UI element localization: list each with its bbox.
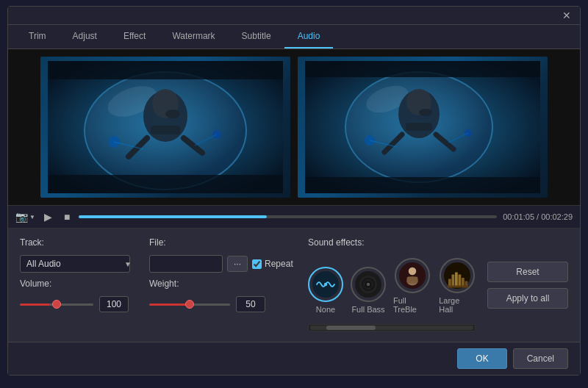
svg-rect-21 — [406, 123, 432, 131]
effect-treble-icon — [399, 262, 426, 289]
track-select-wrapper: All Audio ▼ — [20, 255, 137, 273]
reset-button[interactable]: Reset — [487, 262, 568, 282]
file-weight-col: File: ··· Repeat Weight: 50 — [149, 237, 296, 333]
track-label: Track: — [20, 237, 137, 248]
volume-label: Volume: — [20, 279, 137, 289]
effect-fullbass-icon — [355, 271, 381, 298]
browse-button[interactable]: ··· — [227, 256, 248, 272]
effect-fullbass-circle — [351, 267, 386, 302]
effect-fullbass[interactable]: Full Bass — [351, 267, 386, 314]
close-button[interactable]: ✕ — [559, 10, 574, 21]
time-display: 00:01:05 / 00:02:29 — [503, 212, 573, 221]
tab-adjust[interactable]: Adjust — [60, 25, 110, 48]
svg-point-20 — [419, 109, 432, 116]
progress-fill — [79, 215, 267, 218]
track-select[interactable]: All Audio — [20, 255, 130, 273]
svg-rect-6 — [151, 126, 180, 134]
tab-effect[interactable]: Effect — [110, 25, 159, 48]
scrollbar-track — [310, 326, 473, 330]
svg-rect-28 — [305, 61, 540, 77]
effect-treble-label: Full TreBle — [393, 296, 431, 314]
tab-subtitle[interactable]: Subtitle — [229, 25, 284, 48]
stop-button[interactable]: ■ — [61, 209, 73, 224]
volume-value: 100 — [99, 296, 129, 312]
file-input[interactable] — [149, 255, 223, 273]
effect-treble[interactable]: Full TreBle — [393, 258, 431, 314]
tab-watermark[interactable]: Watermark — [159, 25, 228, 48]
repeat-label: Repeat — [265, 259, 293, 269]
effects-grid: None — [308, 258, 476, 314]
weight-label: Weight: — [149, 279, 296, 289]
effect-none[interactable]: None — [308, 267, 343, 314]
play-button[interactable]: ▶ — [41, 209, 55, 224]
effect-none-circle — [308, 267, 343, 302]
file-label: File: — [149, 237, 296, 248]
scrollbar-thumb — [326, 326, 376, 330]
camera-icon: 📷 — [15, 211, 28, 223]
tab-trim[interactable]: Trim — [15, 25, 60, 48]
tab-audio[interactable]: Audio — [284, 25, 334, 48]
volume-slider[interactable] — [20, 303, 93, 306]
camera-icon-area[interactable]: 📷 ▼ — [15, 211, 35, 223]
settings-area: Track: All Audio ▼ Volume: 100 File: ··· — [8, 229, 580, 342]
progress-bar[interactable] — [79, 215, 497, 218]
main-dialog: ✕ Trim Adjust Effect Watermark Subtitle … — [7, 6, 581, 376]
preview-area — [8, 49, 580, 205]
effect-none-label: None — [316, 305, 335, 314]
effect-largehall-icon — [444, 262, 470, 289]
effect-largehall-circle — [440, 258, 475, 293]
weight-slider[interactable] — [149, 303, 230, 306]
svg-rect-44 — [448, 279, 451, 287]
preview-right-image — [305, 61, 540, 193]
svg-rect-48 — [462, 278, 465, 287]
svg-point-31 — [324, 283, 328, 287]
apply-to-all-button[interactable]: Apply to all — [487, 288, 568, 309]
bottom-bar: OK Cancel — [8, 342, 580, 375]
svg-rect-45 — [452, 275, 455, 287]
sound-effects-col: Sound effects: None — [308, 237, 476, 333]
repeat-row: Repeat — [252, 259, 293, 269]
sound-effects-label: Sound effects: — [308, 237, 476, 248]
tab-bar: Trim Adjust Effect Watermark Subtitle Au… — [8, 25, 580, 49]
svg-point-35 — [367, 283, 370, 287]
controls-bar: 📷 ▼ ▶ ■ 00:01:05 / 00:02:29 — [8, 205, 580, 229]
preview-left-image — [48, 61, 283, 193]
svg-rect-14 — [48, 175, 283, 193]
cancel-button[interactable]: Cancel — [513, 348, 568, 369]
effect-largehall[interactable]: Large Hall — [439, 258, 476, 314]
svg-rect-50 — [448, 286, 469, 288]
effect-largehall-label: Large Hall — [439, 296, 476, 314]
preview-right — [298, 57, 548, 198]
svg-rect-47 — [459, 275, 462, 287]
weight-value: 50 — [236, 296, 265, 312]
ok-button[interactable]: OK — [457, 348, 506, 369]
effect-none-icon — [312, 271, 339, 298]
weight-row: 50 — [149, 296, 296, 312]
action-buttons-col: Reset Apply to all — [487, 237, 568, 333]
effect-treble-circle — [395, 258, 430, 293]
svg-point-5 — [165, 109, 180, 118]
file-row: ··· Repeat — [149, 255, 296, 273]
track-volume-col: Track: All Audio ▼ Volume: 100 — [20, 237, 137, 333]
camera-dropdown-arrow: ▼ — [29, 214, 35, 220]
svg-point-40 — [409, 267, 417, 276]
effect-fullbass-label: Full Bass — [351, 305, 384, 314]
preview-left — [40, 57, 290, 198]
svg-rect-46 — [455, 273, 458, 287]
repeat-checkbox[interactable] — [252, 259, 262, 269]
svg-rect-13 — [48, 61, 283, 79]
svg-rect-29 — [305, 177, 540, 193]
svg-rect-42 — [407, 277, 418, 284]
effects-scrollbar[interactable] — [308, 324, 476, 331]
title-bar: ✕ — [8, 7, 580, 25]
volume-row: 100 — [20, 296, 137, 312]
